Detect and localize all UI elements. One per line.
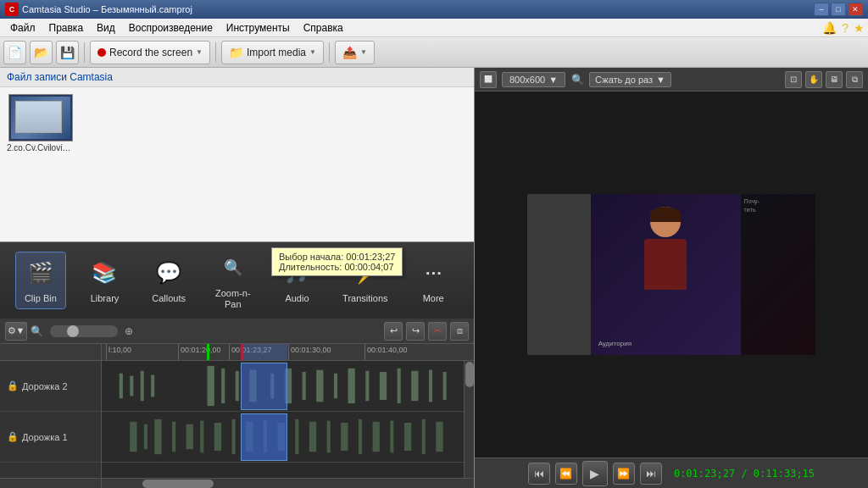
preview-area: Аудитория Почу- тить (475, 92, 868, 458)
zoom-control[interactable]: Сжать до раз ▼ (589, 72, 671, 87)
tools-panel: 🎬 Clip Bin 📚 Library 💬 Callouts 🔍 Zoom-n… (0, 242, 474, 319)
svg-rect-35 (327, 421, 331, 453)
svg-rect-24 (154, 419, 161, 454)
media-thumbnail-1 (8, 94, 73, 141)
split-button[interactable]: ⧈ (450, 322, 469, 341)
preview-btn-3[interactable]: 🖥 (826, 71, 843, 88)
record-dropdown-arrow[interactable]: ▼ (196, 48, 203, 56)
star-icon[interactable]: ★ (854, 21, 865, 35)
separator-3 (329, 42, 330, 63)
export-button[interactable]: 📤 ▼ (335, 41, 375, 64)
media-item-label-1: 2.co.Cv.Cvilovich3... (7, 143, 75, 152)
tooltip-line1: Выбор начала: 00:01:23;27 (279, 252, 395, 262)
skip-to-end-button[interactable]: ⏭ (640, 463, 662, 485)
svg-rect-4 (151, 375, 154, 397)
svg-rect-14 (348, 369, 355, 403)
separator-2 (215, 42, 216, 63)
media-bin-header: Файл записи Camtasia (0, 68, 474, 87)
resolution-label: 800x600 (509, 75, 545, 85)
tooltip-line2: Длительность: 00:00:04;07 (279, 262, 395, 272)
playback-controls: ⏮ ⏪ ▶ ⏩ ⏭ 0:01:23;27 / 0:11:33;15 (475, 458, 868, 488)
zoom-in-icon: ⊕ (125, 325, 133, 337)
selection-highlight-ruler (241, 344, 287, 360)
preview-toolbar: ⬜ 800x600 ▼ 🔍 Сжать до раз ▼ ⊡ ✋ 🖥 ⧉ (475, 68, 868, 92)
svg-rect-1 (120, 374, 123, 399)
rewind-button[interactable]: ⏪ (555, 463, 577, 485)
tool-library[interactable]: 📚 Library (79, 252, 130, 308)
menu-edit[interactable]: Правка (42, 20, 91, 36)
selection-tooltip: Выбор начала: 00:01:23;27 Длительность: … (271, 247, 403, 276)
svg-rect-17 (398, 369, 401, 403)
preview-tool-1[interactable]: ⬜ (480, 71, 497, 88)
minimize-button[interactable]: – (814, 3, 829, 16)
clip-bin-icon: 🎬 (24, 256, 58, 290)
svg-rect-16 (380, 372, 387, 400)
svg-rect-19 (429, 370, 432, 402)
track-2-lock-icon[interactable]: 🔒 (7, 380, 19, 391)
svg-rect-5 (208, 366, 214, 406)
person-body (644, 239, 687, 290)
import-media-button[interactable]: 📁 Import media ▼ (221, 41, 324, 64)
bell-icon[interactable]: 🔔 (822, 21, 837, 35)
timeline-zoom-slider[interactable] (50, 325, 118, 337)
fast-forward-button[interactable]: ⏩ (613, 463, 635, 485)
import-label: Import media (247, 47, 306, 58)
resolution-dropdown-arrow[interactable]: ▼ (548, 75, 558, 85)
resolution-display[interactable]: 800x600 ▼ (502, 72, 565, 87)
library-label: Library (91, 293, 120, 304)
tracks-v-scrollbar[interactable] (464, 361, 474, 478)
import-dropdown-arrow[interactable]: ▼ (309, 48, 316, 56)
timeline-h-scrollbar[interactable] (0, 478, 474, 488)
zoom-n-pan-label: Zoom-n-Pan (215, 288, 251, 310)
export-dropdown-arrow[interactable]: ▼ (360, 48, 367, 56)
tool-clip-bin[interactable]: 🎬 Clip Bin (15, 252, 66, 308)
export-icon: 📤 (342, 46, 357, 59)
ruler-mark-1: 00:01:20,00 (178, 344, 221, 360)
svg-rect-25 (172, 422, 175, 452)
titlebar: C Camtasia Studio – Безымянный.camproj –… (0, 0, 868, 19)
track-1-lock-icon[interactable]: 🔒 (7, 431, 19, 442)
play-button[interactable]: ▶ (582, 461, 608, 486)
timeline-settings-button[interactable]: ⚙▼ (5, 322, 27, 341)
record-button[interactable]: Record the screen ▼ (90, 41, 210, 64)
menu-view[interactable]: Вид (90, 20, 122, 36)
preview-btn-1[interactable]: ⊡ (785, 71, 802, 88)
timeline-toolbar: ⚙▼ 🔍 ⊕ ↩ ↪ ✂ ⧈ (0, 319, 474, 344)
svg-rect-18 (411, 371, 418, 401)
menu-tools[interactable]: Инструменты (220, 20, 297, 36)
menu-playback[interactable]: Воспроизведение (122, 20, 220, 36)
svg-rect-36 (341, 423, 348, 451)
question-icon[interactable]: ? (842, 21, 849, 35)
window-controls: – □ ✕ (814, 3, 863, 16)
preview-btn-2[interactable]: ✋ (805, 71, 822, 88)
undo-button[interactable]: ↩ (384, 322, 403, 341)
tool-zoom-n-pan[interactable]: 🔍 Zoom-n-Pan (208, 247, 259, 313)
svg-rect-33 (295, 419, 298, 454)
tool-more[interactable]: ⋯ More (408, 252, 459, 308)
timeline-area: ⚙▼ 🔍 ⊕ ↩ ↪ ✂ ⧈ l:10,00 00:01:20,00 (0, 319, 474, 488)
preview-btn-4[interactable]: ⧉ (846, 71, 863, 88)
preview-right-text: Почу- тить (741, 194, 815, 218)
media-item-1[interactable]: 2.co.Cv.Cvilovich3... (7, 94, 75, 152)
media-bin: Файл записи Camtasia 2.co.Cv.Cvilovich3.… (0, 68, 474, 242)
tool-callouts[interactable]: 💬 Callouts (143, 252, 194, 308)
callouts-icon: 💬 (152, 256, 186, 290)
record-label: Record the screen (109, 47, 192, 58)
track-row-1 (102, 412, 464, 463)
cut-button[interactable]: ✂ (428, 322, 447, 341)
new-button[interactable]: 📄 (3, 41, 26, 64)
zoom-n-pan-icon: 🔍 (216, 251, 250, 285)
save-button[interactable]: 💾 (56, 41, 79, 64)
zoom-dropdown-arrow[interactable]: ▼ (656, 75, 665, 85)
maximize-button[interactable]: □ (831, 3, 846, 16)
close-button[interactable]: ✕ (848, 3, 863, 16)
menu-file[interactable]: Файл (3, 20, 42, 36)
skip-to-start-button[interactable]: ⏮ (528, 463, 550, 485)
svg-rect-38 (373, 422, 380, 452)
svg-rect-3 (141, 371, 144, 401)
open-button[interactable]: 📂 (30, 41, 53, 64)
person-hair (650, 207, 681, 222)
open-icon: 📂 (34, 46, 48, 59)
menu-help[interactable]: Справка (297, 20, 350, 36)
redo-button[interactable]: ↪ (406, 322, 425, 341)
